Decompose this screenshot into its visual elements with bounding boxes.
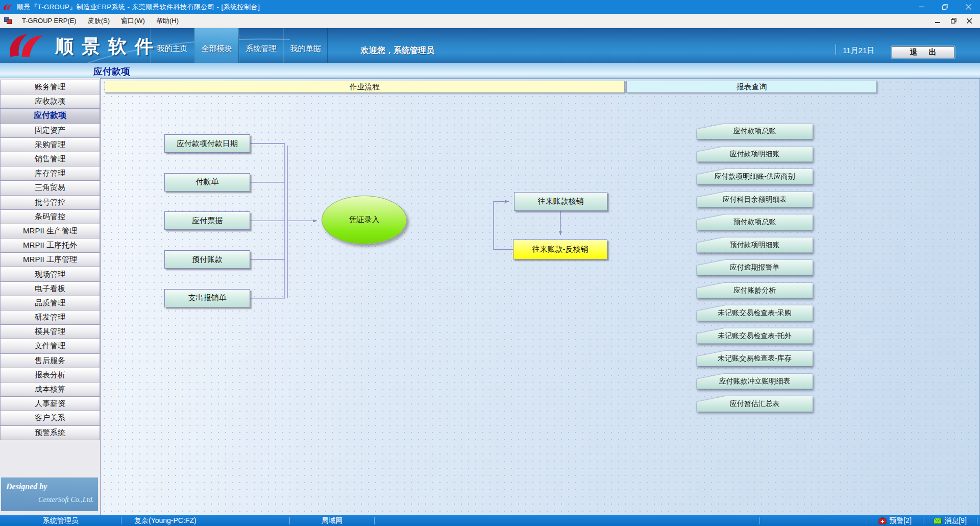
sidebar-module-item[interactable]: 采购管理 bbox=[0, 138, 100, 152]
flow-node-voucher-entry[interactable]: 凭证录入 bbox=[322, 196, 407, 244]
message-envelope-icon bbox=[934, 518, 942, 524]
sidebar-module-item[interactable]: 预警系统 bbox=[0, 426, 100, 440]
header-tab[interactable]: 系统管理 bbox=[239, 28, 283, 63]
mdi-restore-icon bbox=[951, 18, 957, 23]
sidebar-module-item[interactable]: 人事薪资 bbox=[0, 397, 100, 411]
sidebar-module-item[interactable]: 品质管理 bbox=[0, 296, 100, 310]
mdi-restore-button[interactable] bbox=[948, 16, 959, 26]
report-button-list: 应付款项总账 应付款项明细账 应付款项明细账-供应商别 应付科目余额明细表 预付… bbox=[697, 124, 813, 412]
report-button[interactable]: 预付款项总账 bbox=[697, 214, 813, 230]
sidebar-module-item[interactable]: MRPII 工序管理 bbox=[0, 253, 100, 267]
designed-by-panel: Designed by CenterSoft Co.,Ltd. bbox=[1, 477, 98, 511]
sidebar-module-item[interactable]: 研发管理 bbox=[0, 310, 100, 325]
sidebar-module-item[interactable]: 销售管理 bbox=[0, 152, 100, 166]
sidebar-module-item[interactable]: 固定资产 bbox=[0, 124, 100, 138]
sidebar-module-item[interactable]: 应付款项 bbox=[0, 109, 100, 123]
report-button[interactable]: 应付暂估汇总表 bbox=[697, 396, 813, 412]
restore-icon bbox=[942, 4, 948, 10]
title-bar: 顺景『T-GROUP』制造业ERP系统 - 东莞顺景软件科技有限公司 - [系统… bbox=[0, 0, 980, 14]
report-button-label: 预付款项明细账 bbox=[697, 237, 813, 253]
alerts-label: 预警[2] bbox=[889, 516, 912, 525]
close-button[interactable] bbox=[957, 0, 980, 14]
sidebar-module-item[interactable]: 电子看板 bbox=[0, 282, 100, 296]
status-workstation: 复杂(Young-PC:FZ) bbox=[121, 515, 290, 526]
report-button[interactable]: 未记账交易检查表-采购 bbox=[697, 305, 813, 321]
report-button-label: 未记账交易检查表-采购 bbox=[697, 305, 813, 321]
status-alerts[interactable]: 预警[2] bbox=[867, 515, 923, 526]
report-button-label: 应付逾期报警单 bbox=[697, 260, 813, 275]
sidebar-module-item[interactable]: 现场管理 bbox=[0, 267, 100, 281]
status-messages[interactable]: 消息[9] bbox=[923, 515, 977, 526]
sidebar-module-item[interactable]: 客户关系 bbox=[0, 411, 100, 425]
menu-item[interactable]: 窗口(W) bbox=[115, 14, 151, 28]
status-network: 局域网 bbox=[290, 515, 374, 526]
sidebar-module-item[interactable]: 模具管理 bbox=[0, 325, 100, 339]
menu-item[interactable]: T-GROUP ERP(E) bbox=[16, 14, 82, 28]
welcome-text: 欢迎您，系统管理员 bbox=[361, 45, 434, 56]
module-list: 账务管理应收款项应付款项固定资产采购管理销售管理库存管理三角贸易批号管控条码管控… bbox=[0, 80, 100, 440]
flow-node[interactable]: 付款单 bbox=[164, 173, 250, 192]
report-button-label: 应付款项明细账-供应商别 bbox=[697, 169, 813, 184]
designed-by-text: Designed by bbox=[6, 482, 47, 491]
report-button[interactable]: 预付款项明细账 bbox=[697, 237, 813, 253]
report-button[interactable]: 应付账款冲立账明细表 bbox=[697, 374, 813, 389]
mdi-document-icon bbox=[4, 17, 12, 25]
status-separator bbox=[977, 517, 977, 524]
window-title: 顺景『T-GROUP』制造业ERP系统 - 东莞顺景软件科技有限公司 - [系统… bbox=[17, 3, 260, 12]
menu-bar: T-GROUP ERP(E)皮肤(S)窗口(W)帮助(H) bbox=[0, 14, 980, 28]
page-title: 应付款项 bbox=[93, 65, 130, 78]
report-button-label: 预付款项总账 bbox=[697, 214, 813, 230]
mdi-close-button[interactable] bbox=[964, 16, 975, 26]
report-button[interactable]: 应付账龄分析 bbox=[697, 283, 813, 298]
report-button[interactable]: 应付款项总账 bbox=[697, 124, 813, 139]
sidebar-module-item[interactable]: 三角贸易 bbox=[0, 181, 100, 195]
flow-node[interactable]: 应付款项付款日期 bbox=[164, 134, 250, 153]
sidebar-module-item[interactable]: 售后服务 bbox=[0, 354, 100, 368]
report-button[interactable]: 未记账交易检查表-托外 bbox=[697, 328, 813, 344]
report-button[interactable]: 应付款项明细账-供应商别 bbox=[697, 169, 813, 184]
header-band: 顺景软件 我的主页全部模块系统管理我的单据 欢迎您，系统管理员 11月21日 退… bbox=[0, 28, 980, 63]
header-tab[interactable]: 我的主页 bbox=[150, 28, 194, 63]
sidebar-module-item[interactable]: 账务管理 bbox=[0, 80, 100, 94]
brand-logo-icon bbox=[5, 31, 50, 60]
mdi-close-icon bbox=[967, 18, 972, 23]
menu-item[interactable]: 帮助(H) bbox=[151, 14, 184, 28]
messages-label: 消息[9] bbox=[944, 516, 967, 525]
sidebar-module-item[interactable]: 批号管控 bbox=[0, 196, 100, 210]
minimize-button[interactable] bbox=[910, 0, 933, 14]
sidebar-module-item[interactable]: MRPII 生产管理 bbox=[0, 224, 100, 238]
sidebar-module-item[interactable]: 成本核算 bbox=[0, 382, 100, 397]
header-tab[interactable]: 全部模块 bbox=[194, 28, 239, 63]
report-button[interactable]: 应付科目余额明细表 bbox=[697, 192, 813, 207]
header-divider bbox=[836, 44, 836, 55]
mdi-window-controls bbox=[932, 16, 975, 26]
sidebar-module-item[interactable]: 库存管理 bbox=[0, 166, 100, 181]
page-title-band: 应付款项 bbox=[0, 63, 980, 78]
exit-button[interactable]: 退 出 bbox=[892, 46, 954, 58]
report-button[interactable]: 应付款项明细账 bbox=[697, 147, 813, 162]
mdi-minimize-button[interactable] bbox=[932, 16, 943, 26]
flow-node[interactable]: 应付票据 bbox=[164, 211, 250, 230]
menu-item[interactable]: 皮肤(S) bbox=[82, 14, 115, 28]
header-tab[interactable]: 我的单据 bbox=[283, 28, 328, 63]
flow-node-verify[interactable]: 往来账款核销 bbox=[514, 192, 607, 211]
flow-node[interactable]: 支出报销单 bbox=[164, 289, 250, 307]
report-button-label: 应付科目余额明细表 bbox=[697, 192, 813, 207]
sidebar-module-item[interactable]: 文件管理 bbox=[0, 339, 100, 353]
report-button-label: 应付款项总账 bbox=[697, 124, 813, 139]
flow-node-reverse-verify[interactable]: 往来账款-反核销 bbox=[513, 240, 607, 259]
sidebar-module-item[interactable]: 报表分析 bbox=[0, 368, 100, 382]
flow-node[interactable]: 预付账款 bbox=[164, 250, 250, 269]
sidebar-module-item[interactable]: MRPII 工序托外 bbox=[0, 238, 100, 253]
report-button[interactable]: 应付逾期报警单 bbox=[697, 260, 813, 275]
sidebar-module-item[interactable]: 应收款项 bbox=[0, 94, 100, 109]
minimize-icon bbox=[919, 4, 924, 10]
status-separator bbox=[760, 517, 760, 524]
status-bar: 系统管理员 复杂(Young-PC:FZ) 局域网 预警[2] 消息[9] bbox=[0, 515, 980, 526]
report-button[interactable]: 未记账交易检查表-库存 bbox=[697, 351, 813, 366]
sidebar-module-item[interactable]: 条码管控 bbox=[0, 210, 100, 224]
restore-button[interactable] bbox=[933, 0, 957, 14]
status-separator bbox=[374, 517, 375, 524]
module-sidebar: 账务管理应收款项应付款项固定资产采购管理销售管理库存管理三角贸易批号管控条码管控… bbox=[0, 78, 101, 515]
report-button-label: 应付款项明细账 bbox=[697, 147, 813, 162]
